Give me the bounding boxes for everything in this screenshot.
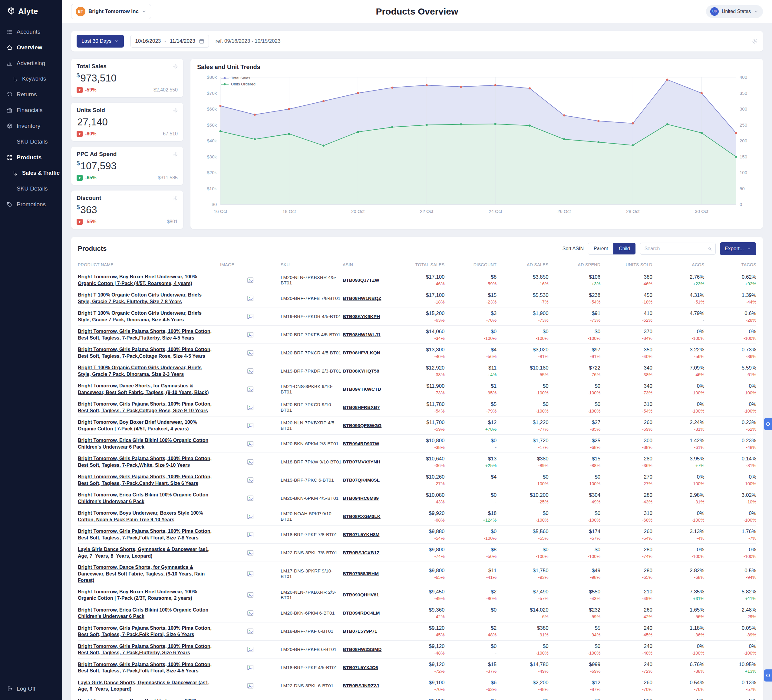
column-header-asin[interactable]: ASIN: [343, 262, 393, 267]
sidebar-item-promotions[interactable]: Promotions: [0, 197, 62, 212]
brand-logo[interactable]: Alyte: [0, 0, 62, 24]
gear-icon[interactable]: [173, 152, 178, 157]
column-header-product-name[interactable]: PRODUCT NAME: [78, 262, 220, 267]
column-header-sku[interactable]: SKU: [281, 262, 343, 267]
product-name-link[interactable]: Bright Tomorrow, Boy Boxer Brief Underwe…: [78, 274, 220, 287]
column-header-discount[interactable]: DISCOUNT: [445, 262, 497, 267]
product-image[interactable]: [247, 277, 254, 284]
date-range-preset-button[interactable]: Last 30 Days: [77, 35, 124, 48]
sidebar-item-sku-details[interactable]: SKU Details: [0, 181, 62, 197]
product-image[interactable]: [247, 610, 254, 617]
sidebar-item-sku-details[interactable]: SKU Details: [0, 134, 62, 150]
product-name-link[interactable]: Bright Tomorrow, Girls Pajama Shorts, 10…: [78, 643, 220, 656]
sidebar-item-advertising[interactable]: Advertising: [0, 56, 62, 71]
column-header-total-sales[interactable]: TOTAL SALES: [393, 262, 445, 267]
sidebar-item-log-off[interactable]: Log Off: [0, 679, 62, 700]
product-image[interactable]: [247, 513, 254, 520]
product-image[interactable]: [247, 531, 254, 538]
product-name-link[interactable]: Bright Tomorrow, Girls Pajama Shorts, 10…: [78, 661, 220, 674]
product-image[interactable]: [247, 313, 254, 320]
product-name-link[interactable]: Bright Tomorrow, Boy Boxer Brief Underwe…: [78, 589, 220, 602]
asin-link[interactable]: BTB094RDC4LM: [343, 610, 379, 615]
product-image[interactable]: [247, 367, 254, 375]
product-name-link[interactable]: Bright T 100% Organic Cotton Girls Under…: [78, 364, 220, 377]
asin-link[interactable]: BTB0BSJNRZ2J: [343, 683, 379, 688]
asin-link[interactable]: BTB08KYHQT58: [343, 368, 379, 374]
asin-link[interactable]: BTB08HW2SSMD: [343, 647, 381, 652]
product-image[interactable]: [247, 495, 254, 502]
asin-link[interactable]: BTB07MVX9YNH: [343, 459, 380, 464]
product-image[interactable]: [247, 458, 254, 466]
product-name-link[interactable]: Bright Tomorrow, Girls Pajama Shorts, 10…: [78, 328, 220, 341]
gear-icon[interactable]: [173, 64, 178, 69]
product-name-link[interactable]: Bright Tomorrow, Girls Pajama Shorts, 10…: [78, 455, 220, 468]
column-header-ad-spend[interactable]: AD SPEND: [549, 262, 601, 267]
gear-icon[interactable]: [752, 38, 757, 44]
sidebar-item-overview[interactable]: Overview: [0, 40, 62, 56]
column-header-tacos[interactable]: TACOS: [704, 262, 756, 267]
export-button[interactable]: Export...: [720, 242, 756, 255]
product-name-link[interactable]: Bright Tomorrow, Erica Girls Bikini 100%…: [78, 492, 220, 505]
asin-link[interactable]: BTB08HFVLKQN: [343, 350, 380, 355]
asin-link[interactable]: BTB093QFSWGG: [343, 423, 381, 428]
asin-link[interactable]: BTB094RC6M89: [343, 495, 379, 501]
company-selector[interactable]: BT Bright Tomorrow Inc: [71, 4, 151, 19]
product-name-link[interactable]: Layla Girls Dance Shorts, Gymnastics & D…: [78, 546, 220, 559]
sidebar-item-keywords[interactable]: Keywords: [0, 71, 62, 87]
start-date-value[interactable]: 10/16/2023: [135, 38, 161, 44]
product-image[interactable]: [247, 646, 254, 653]
region-selector[interactable]: US United States: [706, 5, 763, 18]
product-image[interactable]: [247, 628, 254, 635]
asin-link[interactable]: BTB07QK4M8SL: [343, 477, 379, 482]
product-name-link[interactable]: Bright Tomorrow, Dance Shorts, for Gymna…: [78, 564, 220, 584]
toggle-parent[interactable]: Parent: [588, 243, 613, 254]
side-widget-top[interactable]: [764, 418, 772, 430]
column-header-acos[interactable]: ACOS: [653, 262, 705, 267]
end-date-value[interactable]: 11/14/2023: [170, 38, 195, 44]
side-widget-bottom[interactable]: [764, 669, 772, 682]
product-name-link[interactable]: Bright Tomorrow, Girls Pajama Shorts, 10…: [78, 474, 220, 487]
sidebar-item-financials[interactable]: Financials: [0, 102, 62, 118]
product-image[interactable]: [247, 349, 254, 356]
product-image[interactable]: [247, 682, 254, 689]
product-image[interactable]: [247, 422, 254, 429]
product-name-link[interactable]: Bright T 100% Organic Cotton Girls Under…: [78, 310, 220, 323]
sidebar-item-sales-traffic[interactable]: Sales & Traffic: [0, 166, 62, 181]
asin-link[interactable]: BTB09VTKWCTD: [343, 387, 381, 392]
asin-link[interactable]: BTB07958JBHM: [343, 571, 379, 576]
product-name-link[interactable]: Bright Tomorrow, Girls Pajama Shorts, 10…: [78, 528, 220, 541]
asin-link[interactable]: BTB08RXGM3LK: [343, 514, 381, 519]
product-name-link[interactable]: Bright Tomorrow, Girls Pajama Shorts, 10…: [78, 625, 220, 638]
product-name-link[interactable]: Bright Tomorrow, Girls Pajama Shorts, 10…: [78, 346, 220, 359]
product-image[interactable]: [247, 331, 254, 338]
asin-link[interactable]: BTB08HFRBXB7: [343, 405, 379, 410]
sidebar-item-inventory[interactable]: Inventory: [0, 118, 62, 134]
column-header-image[interactable]: IMAGE: [220, 262, 281, 267]
legend-item-total-sales[interactable]: Total Sales: [221, 76, 255, 80]
legend-item-units-ordered[interactable]: Units Ordered: [221, 82, 255, 86]
toggle-child[interactable]: Child: [613, 243, 635, 254]
asin-link[interactable]: BTB08HW1WLJ1: [343, 332, 381, 337]
product-name-link[interactable]: Bright Tomorrow, Girls Pajama Shorts, 10…: [78, 401, 220, 414]
product-image[interactable]: [247, 404, 254, 411]
date-range-input[interactable]: 10/16/2023 - 11/14/2023: [131, 35, 209, 48]
product-name-link[interactable]: Bright Tomorrow, Boy Boxer Brief Underwe…: [78, 698, 220, 700]
asin-link[interactable]: BTB094RD937W: [343, 441, 379, 446]
product-image[interactable]: [247, 440, 254, 448]
product-name-link[interactable]: Bright T 100% Organic Cotton Girls Under…: [78, 292, 220, 305]
product-image[interactable]: [247, 664, 254, 671]
product-image[interactable]: [247, 295, 254, 302]
asin-link[interactable]: BTB07L5YKH8M: [343, 532, 379, 537]
product-name-link[interactable]: Bright Tomorrow, Boy Boxer Brief Underwe…: [78, 419, 220, 432]
sidebar-item-accounts[interactable]: Accounts: [0, 24, 62, 40]
gear-icon[interactable]: [173, 108, 178, 113]
product-name-link[interactable]: Bright Tomorrow, Boys Underwear, Boxers …: [78, 510, 220, 523]
product-name-link[interactable]: Bright Tomorrow, Erica Girls Bikini 100%…: [78, 607, 220, 620]
product-name-link[interactable]: Bright Tomorrow, Erica Girls Bikini 100%…: [78, 437, 220, 450]
product-image[interactable]: [247, 570, 254, 577]
product-image[interactable]: [247, 477, 254, 484]
sidebar-item-returns[interactable]: Returns: [0, 87, 62, 102]
asin-link[interactable]: BTB093QJ7TZW: [343, 277, 379, 283]
column-header-units-sold[interactable]: UNITS SOLD: [600, 262, 653, 267]
asin-link[interactable]: BTB07L5YXJC6: [343, 665, 378, 670]
